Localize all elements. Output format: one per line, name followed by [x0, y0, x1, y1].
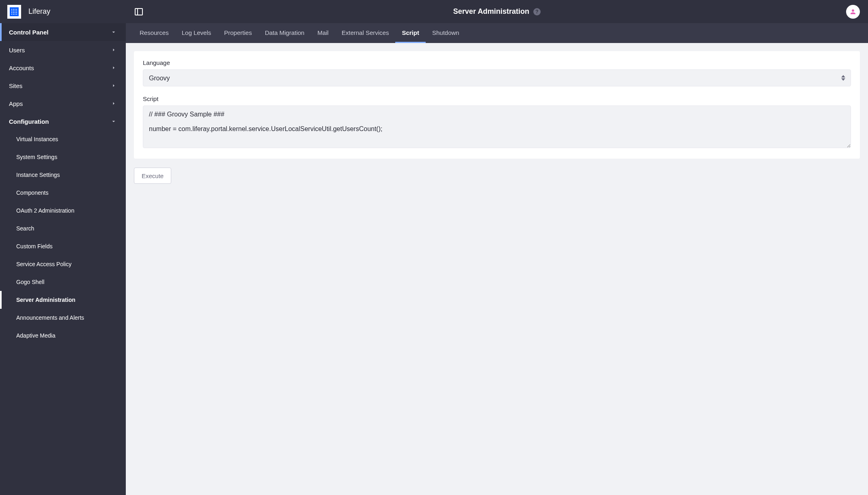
sidebar-item-label: Service Access Policy — [16, 261, 71, 267]
page-title: Server Administration — [453, 7, 529, 16]
chevron-down-icon — [110, 29, 117, 35]
chevron-right-icon — [110, 47, 117, 53]
brand-logo[interactable] — [7, 5, 21, 19]
chevron-right-icon — [110, 65, 117, 71]
script-label: Script — [143, 95, 851, 102]
script-textarea[interactable] — [143, 105, 851, 148]
sidebar-item-adaptive-media[interactable]: Adaptive Media — [0, 327, 126, 344]
sidebar-item-oauth2[interactable]: OAuth 2 Administration — [0, 202, 126, 220]
sidebar-item-label: Search — [16, 225, 34, 232]
sidebar-item-label: Announcements and Alerts — [16, 314, 84, 321]
topbar: Server Administration ? — [126, 0, 868, 23]
chevron-right-icon — [110, 82, 117, 89]
nav-item-apps[interactable]: Apps — [0, 95, 126, 112]
script-card: Language Groovy Script — [134, 51, 860, 159]
panel-toggle-button[interactable] — [134, 7, 144, 17]
nav-item-sites[interactable]: Sites — [0, 77, 126, 95]
user-avatar[interactable] — [846, 5, 860, 19]
chevron-right-icon — [110, 100, 117, 107]
sidebar-item-label: OAuth 2 Administration — [16, 207, 74, 214]
sidebar-item-components[interactable]: Components — [0, 184, 126, 202]
sidebar-item-announcements[interactable]: Announcements and Alerts — [0, 309, 126, 327]
nav-group-configuration[interactable]: Configuration — [0, 112, 126, 130]
tabs: Resources Log Levels Properties Data Mig… — [126, 23, 868, 43]
sidebar-item-label: System Settings — [16, 154, 57, 160]
sidebar-item-custom-fields[interactable]: Custom Fields — [0, 237, 126, 255]
nav-group-control-panel[interactable]: Control Panel — [0, 23, 126, 41]
nav-item-label: Sites — [9, 82, 22, 89]
sidebar-item-label: Virtual Instances — [16, 136, 58, 142]
tab-mail[interactable]: Mail — [311, 23, 335, 43]
sidebar-header: Liferay — [0, 0, 126, 23]
content: Language Groovy Script Execute — [126, 43, 868, 495]
sidebar-item-label: Gogo Shell — [16, 279, 44, 285]
nav-item-label: Users — [9, 47, 25, 54]
nav-item-accounts[interactable]: Accounts — [0, 59, 126, 77]
execute-button[interactable]: Execute — [134, 168, 171, 184]
sidebar-item-label: Custom Fields — [16, 243, 52, 250]
tab-external-services[interactable]: External Services — [335, 23, 396, 43]
language-select-wrap: Groovy — [143, 69, 851, 86]
tab-script[interactable]: Script — [395, 23, 426, 43]
sidebar-item-search[interactable]: Search — [0, 220, 126, 237]
main-area: Server Administration ? Resources Log Le… — [126, 0, 868, 495]
chevron-down-icon — [110, 118, 117, 125]
sidebar-item-server-administration[interactable]: Server Administration — [0, 291, 126, 309]
nav-group-label: Control Panel — [9, 29, 49, 36]
svg-rect-0 — [135, 9, 142, 15]
nav-group-label: Configuration — [9, 118, 49, 125]
sidebar-item-label: Server Administration — [16, 297, 75, 303]
sidebar-item-system-settings[interactable]: System Settings — [0, 148, 126, 166]
sidebar: Liferay Control Panel Users Accounts Sit… — [0, 0, 126, 495]
tab-data-migration[interactable]: Data Migration — [258, 23, 311, 43]
sidebar-item-label: Adaptive Media — [16, 332, 56, 339]
sidebar-item-service-access-policy[interactable]: Service Access Policy — [0, 255, 126, 273]
tab-resources[interactable]: Resources — [133, 23, 175, 43]
nav-item-label: Accounts — [9, 65, 34, 71]
tab-properties[interactable]: Properties — [218, 23, 258, 43]
sidebar-item-label: Instance Settings — [16, 172, 60, 178]
page-title-wrap: Server Administration ? — [453, 7, 541, 16]
tab-shutdown[interactable]: Shutdown — [426, 23, 466, 43]
sidebar-item-gogo-shell[interactable]: Gogo Shell — [0, 273, 126, 291]
brand-name: Liferay — [28, 7, 50, 16]
help-icon[interactable]: ? — [533, 8, 541, 15]
sidebar-item-instance-settings[interactable]: Instance Settings — [0, 166, 126, 184]
sidebar-item-virtual-instances[interactable]: Virtual Instances — [0, 130, 126, 148]
language-label: Language — [143, 59, 851, 66]
language-select[interactable]: Groovy — [143, 69, 851, 86]
nav-item-users[interactable]: Users — [0, 41, 126, 59]
sidebar-item-label: Components — [16, 189, 48, 196]
nav-item-label: Apps — [9, 100, 23, 107]
tab-log-levels[interactable]: Log Levels — [175, 23, 218, 43]
